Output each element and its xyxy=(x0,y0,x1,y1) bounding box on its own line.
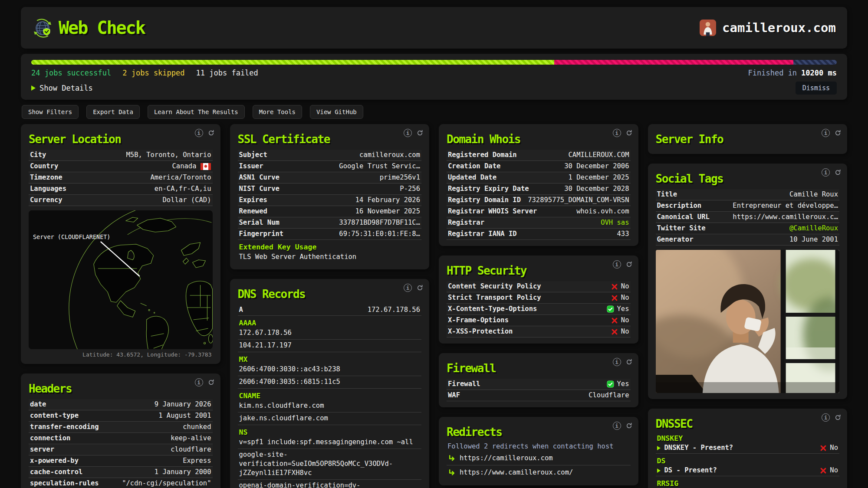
expand-triangle-icon xyxy=(657,468,661,473)
info-icon[interactable]: i xyxy=(195,129,203,137)
table-row: Firewall Yes xyxy=(447,379,631,390)
list-item: 2606:4700:3030::ac43:b238 xyxy=(238,364,422,376)
table-row: Renewed16 November 2025 xyxy=(238,206,422,217)
web-check-page: Web Check camilleroux.com 24 jobs xyxy=(0,0,868,488)
refresh-icon[interactable] xyxy=(417,285,423,291)
list-item: https://camilleroux.com xyxy=(447,451,631,465)
progress-success-segment xyxy=(31,60,554,65)
export-data-button[interactable]: Export Data xyxy=(86,105,140,119)
table-row: IssuerGoogle Trust Servic… xyxy=(238,161,422,172)
dns-section-heading: MX xyxy=(238,352,422,364)
registrar-link[interactable]: OVH sas xyxy=(601,219,629,227)
dns-section-heading: CNAME xyxy=(238,389,422,400)
dnssec-expandable-row[interactable]: DS - Present? No xyxy=(656,465,840,476)
table-row: Subjectcamilleroux.com xyxy=(238,150,422,161)
info-icon[interactable]: i xyxy=(822,168,830,177)
refresh-icon[interactable] xyxy=(626,261,632,268)
table-row: Generator10 June 2001 xyxy=(656,234,840,246)
cross-icon xyxy=(611,283,618,290)
table-row: RegistrarOVH sas xyxy=(447,217,631,229)
table-row: WAF Cloudflare xyxy=(447,390,631,401)
table-row: transfer-encodingchunked xyxy=(29,422,213,433)
map-server-label: Server (CLOUDFLARENET) xyxy=(33,233,111,240)
info-icon[interactable]: i xyxy=(404,284,412,292)
check-icon xyxy=(607,380,614,388)
dnssec-section-heading: RRSIG xyxy=(656,476,840,488)
table-row: servercloudflare xyxy=(29,444,213,455)
table-row: X-XSS-Protection No xyxy=(447,326,631,337)
cross-icon xyxy=(820,445,827,452)
learn-about-results-button[interactable]: Learn About The Results xyxy=(148,105,245,119)
table-row: Country Canada xyxy=(29,161,213,172)
refresh-icon[interactable] xyxy=(626,422,632,429)
info-icon[interactable]: i xyxy=(613,260,621,269)
progress-skip-segment xyxy=(793,60,837,65)
site-favicon xyxy=(700,20,716,36)
table-row: X-Frame-Options No xyxy=(447,315,631,326)
progress-bar xyxy=(31,60,837,65)
table-row: Expires14 February 2026 xyxy=(238,195,422,206)
info-icon[interactable]: i xyxy=(404,129,412,137)
card-title: Server Location xyxy=(29,133,213,146)
cross-icon xyxy=(611,295,618,301)
table-row: Timezone America/Toronto xyxy=(29,172,213,183)
actions-toolbar: Show Filters Export Data Learn About The… xyxy=(22,105,846,119)
info-icon[interactable]: i xyxy=(613,358,621,366)
refresh-icon[interactable] xyxy=(208,379,214,386)
headers-card: i Headers date9 January 2026 content-typ… xyxy=(21,373,220,488)
app-logo[interactable]: Web Check xyxy=(32,17,145,38)
finished-time: Finished in10200 ms xyxy=(748,69,837,77)
info-icon[interactable]: i xyxy=(195,378,203,386)
info-icon[interactable]: i xyxy=(613,129,621,137)
list-item: v=spf1 include:spf.messagingengine.com ~… xyxy=(238,436,422,449)
info-icon[interactable]: i xyxy=(822,413,830,422)
refresh-icon[interactable] xyxy=(417,130,423,136)
canada-flag-icon xyxy=(200,163,211,170)
table-row: A172.67.178.56 xyxy=(238,305,422,316)
refresh-icon[interactable] xyxy=(835,169,841,176)
dns-section-heading: NS xyxy=(238,425,422,436)
scan-summary-card: 24 jobs successful 2 jobs skipped 11 job… xyxy=(21,54,847,100)
social-tags-card: i Social Tags TitleCamille Roux Descript… xyxy=(648,164,848,399)
server-location-map: Server (CLOUDFLARENET) xyxy=(29,210,213,349)
table-row: Twitter Site@CamilleRoux xyxy=(656,223,840,234)
redirect-url[interactable]: https://camilleroux.com xyxy=(460,454,553,462)
table-row: Registry Domain ID732895775_DOMAIN_COM-V… xyxy=(447,195,631,206)
dnssec-section-heading: DNSKEY xyxy=(656,434,840,442)
ssl-certificate-card: i SSL Certificate Subjectcamilleroux.com… xyxy=(230,124,430,269)
dns-section-heading: AAAA xyxy=(238,316,422,327)
info-icon[interactable]: i xyxy=(822,129,830,137)
dnssec-section-heading: DS xyxy=(656,454,840,465)
info-icon[interactable]: i xyxy=(613,422,621,430)
progress-fail-segment xyxy=(554,60,793,65)
refresh-icon[interactable] xyxy=(626,130,632,136)
card-title: Headers xyxy=(29,382,213,396)
more-tools-button[interactable]: More Tools xyxy=(253,105,302,119)
dnssec-expandable-row[interactable]: DNSKEY - Present? No xyxy=(656,442,840,454)
table-row: City M5B, Toronto, Ontario xyxy=(29,150,213,161)
table-row: DescriptionEntrepreneur et développe… xyxy=(656,200,840,212)
view-github-button[interactable]: View GitHub xyxy=(310,105,363,119)
jobs-skipped-count: 2 jobs skipped xyxy=(122,69,184,77)
refresh-icon[interactable] xyxy=(626,359,632,365)
refresh-icon[interactable] xyxy=(835,414,841,421)
scanned-site: camilleroux.com xyxy=(700,20,836,36)
job-status-line: 24 jobs successful 2 jobs skipped 11 job… xyxy=(30,69,838,77)
card-title: HTTP Security xyxy=(447,264,631,278)
show-details-toggle[interactable]: Show Details xyxy=(31,84,93,92)
table-row: TitleCamille Roux xyxy=(656,189,840,200)
refresh-icon[interactable] xyxy=(208,130,214,136)
refresh-icon[interactable] xyxy=(835,130,841,136)
dismiss-button[interactable]: Dismiss xyxy=(796,82,837,95)
card-title: Domain Whois xyxy=(447,133,631,146)
site-url[interactable]: camilleroux.com xyxy=(722,20,836,35)
show-filters-button[interactable]: Show Filters xyxy=(22,105,79,119)
redirect-arrow-icon xyxy=(448,455,455,462)
expand-triangle-icon xyxy=(31,85,36,91)
twitter-link[interactable]: @CamilleRoux xyxy=(789,224,838,233)
jobs-failed-count: 11 jobs failed xyxy=(196,69,258,77)
table-row: Registrar IANA ID433 xyxy=(447,229,631,240)
dns-records-card: i DNS Records A172.67.178.56 AAAA 172.67… xyxy=(230,279,430,488)
list-item: 172.67.178.56 xyxy=(238,327,422,340)
redirect-url[interactable]: https://www.camilleroux.com/ xyxy=(460,468,573,476)
